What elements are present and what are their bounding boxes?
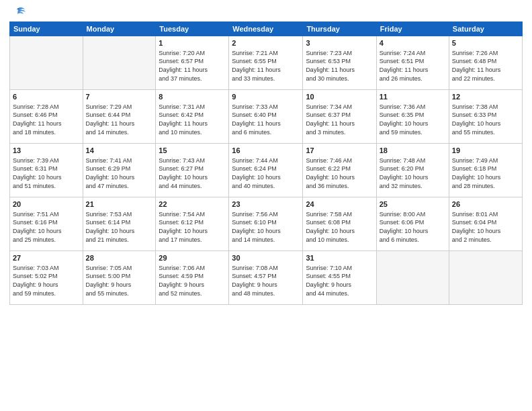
day-detail: Sunrise: 7:56 AM Sunset: 6:10 PM Dayligh… [232,210,300,244]
day-detail: Sunrise: 7:48 AM Sunset: 6:20 PM Dayligh… [380,156,446,190]
header [9,7,523,16]
calendar-row-1: 6Sunrise: 7:28 AM Sunset: 6:46 PM Daylig… [10,90,523,144]
day-detail: Sunrise: 7:38 AM Sunset: 6:33 PM Dayligh… [452,103,519,136]
day-number: 24 [306,199,373,210]
day-detail: Sunrise: 7:34 AM Sunset: 6:37 PM Dayligh… [306,103,373,136]
day-number: 25 [380,199,446,210]
day-detail: Sunrise: 7:08 AM Sunset: 4:57 PM Dayligh… [232,264,300,298]
day-detail: Sunrise: 7:51 AM Sunset: 6:16 PM Dayligh… [13,210,80,244]
day-detail: Sunrise: 7:54 AM Sunset: 6:12 PM Dayligh… [159,210,226,244]
calendar-header-sunday: Sunday [10,22,83,36]
day-detail: Sunrise: 7:26 AM Sunset: 6:48 PM Dayligh… [452,49,519,83]
day-detail: Sunrise: 7:23 AM Sunset: 6:53 PM Dayligh… [306,49,373,83]
day-detail: Sunrise: 7:20 AM Sunset: 6:57 PM Dayligh… [159,49,226,83]
calendar-cell [10,36,83,90]
day-number: 11 [380,92,446,102]
page: SundayMondayTuesdayWednesdayThursdayFrid… [0,0,532,411]
calendar-cell: 16Sunrise: 7:44 AM Sunset: 6:24 PM Dayli… [229,144,303,197]
day-detail: Sunrise: 7:05 AM Sunset: 5:00 PM Dayligh… [86,264,153,298]
calendar-cell: 11Sunrise: 7:36 AM Sunset: 6:35 PM Dayli… [376,90,449,144]
calendar-cell: 9Sunrise: 7:33 AM Sunset: 6:40 PM Daylig… [229,90,303,144]
day-detail: Sunrise: 7:43 AM Sunset: 6:27 PM Dayligh… [159,156,226,190]
day-detail: Sunrise: 7:31 AM Sunset: 6:42 PM Dayligh… [159,103,226,136]
day-detail: Sunrise: 7:36 AM Sunset: 6:35 PM Dayligh… [380,103,446,136]
calendar-cell: 31Sunrise: 7:10 AM Sunset: 4:55 PM Dayli… [303,251,376,305]
calendar-cell: 24Sunrise: 7:58 AM Sunset: 6:08 PM Dayli… [303,197,376,251]
day-number: 18 [380,146,446,156]
day-number: 21 [86,199,153,210]
day-detail: Sunrise: 7:28 AM Sunset: 6:46 PM Dayligh… [13,103,80,136]
day-number: 28 [86,253,153,263]
calendar-header-monday: Monday [83,22,156,36]
calendar-cell: 1Sunrise: 7:20 AM Sunset: 6:57 PM Daylig… [156,36,229,90]
day-number: 9 [232,92,300,102]
day-detail: Sunrise: 7:21 AM Sunset: 6:55 PM Dayligh… [232,49,300,83]
day-detail: Sunrise: 7:53 AM Sunset: 6:14 PM Dayligh… [86,210,153,244]
calendar-cell: 28Sunrise: 7:05 AM Sunset: 5:00 PM Dayli… [83,251,156,305]
calendar-cell: 18Sunrise: 7:48 AM Sunset: 6:20 PM Dayli… [376,144,449,197]
day-detail: Sunrise: 7:24 AM Sunset: 6:51 PM Dayligh… [380,49,446,83]
calendar-cell: 22Sunrise: 7:54 AM Sunset: 6:12 PM Dayli… [156,197,229,251]
calendar-cell: 14Sunrise: 7:41 AM Sunset: 6:29 PM Dayli… [83,144,156,197]
day-detail: Sunrise: 7:44 AM Sunset: 6:24 PM Dayligh… [232,156,300,190]
calendar-cell: 20Sunrise: 7:51 AM Sunset: 6:16 PM Dayli… [10,197,83,251]
day-number: 19 [452,146,519,156]
calendar-header-wednesday: Wednesday [229,22,303,36]
calendar-cell: 6Sunrise: 7:28 AM Sunset: 6:46 PM Daylig… [10,90,83,144]
day-detail: Sunrise: 7:10 AM Sunset: 4:55 PM Dayligh… [306,264,373,298]
calendar-row-4: 27Sunrise: 7:03 AM Sunset: 5:02 PM Dayli… [10,251,523,305]
day-number: 2 [232,38,300,48]
day-number: 20 [13,199,80,210]
day-detail: Sunrise: 7:03 AM Sunset: 5:02 PM Dayligh… [13,264,80,298]
calendar-header-tuesday: Tuesday [156,22,229,36]
calendar-table: SundayMondayTuesdayWednesdayThursdayFrid… [9,21,523,305]
day-number: 15 [159,146,226,156]
day-number: 4 [380,38,446,48]
calendar-cell: 30Sunrise: 7:08 AM Sunset: 4:57 PM Dayli… [229,251,303,305]
calendar-cell [449,251,522,305]
day-number: 7 [86,92,153,102]
day-number: 12 [452,92,519,102]
calendar-cell: 12Sunrise: 7:38 AM Sunset: 6:33 PM Dayli… [449,90,522,144]
day-number: 6 [13,92,80,102]
calendar-cell: 21Sunrise: 7:53 AM Sunset: 6:14 PM Dayli… [83,197,156,251]
calendar-cell: 29Sunrise: 7:06 AM Sunset: 4:59 PM Dayli… [156,251,229,305]
calendar-cell: 23Sunrise: 7:56 AM Sunset: 6:10 PM Dayli… [229,197,303,251]
day-detail: Sunrise: 7:33 AM Sunset: 6:40 PM Dayligh… [232,103,300,136]
day-detail: Sunrise: 7:06 AM Sunset: 4:59 PM Dayligh… [159,264,226,298]
calendar-cell: 5Sunrise: 7:26 AM Sunset: 6:48 PM Daylig… [449,36,522,90]
calendar-cell: 27Sunrise: 7:03 AM Sunset: 5:02 PM Dayli… [10,251,83,305]
day-detail: Sunrise: 8:00 AM Sunset: 6:06 PM Dayligh… [380,210,446,244]
calendar-header-thursday: Thursday [303,22,376,36]
calendar-cell: 25Sunrise: 8:00 AM Sunset: 6:06 PM Dayli… [376,197,449,251]
day-detail: Sunrise: 8:01 AM Sunset: 6:04 PM Dayligh… [452,210,519,244]
day-detail: Sunrise: 7:39 AM Sunset: 6:31 PM Dayligh… [13,156,80,190]
day-number: 31 [306,253,373,263]
day-number: 23 [232,199,300,210]
calendar-header-saturday: Saturday [449,22,522,36]
day-number: 29 [159,253,226,263]
day-number: 17 [306,146,373,156]
calendar-cell: 4Sunrise: 7:24 AM Sunset: 6:51 PM Daylig… [376,36,449,90]
day-number: 22 [159,199,226,210]
day-number: 26 [452,199,519,210]
calendar-row-2: 13Sunrise: 7:39 AM Sunset: 6:31 PM Dayli… [10,144,523,197]
day-detail: Sunrise: 7:41 AM Sunset: 6:29 PM Dayligh… [86,156,153,190]
day-number: 13 [13,146,80,156]
logo [9,7,26,16]
day-number: 27 [13,253,80,263]
calendar-row-0: 1Sunrise: 7:20 AM Sunset: 6:57 PM Daylig… [10,36,523,90]
day-detail: Sunrise: 7:49 AM Sunset: 6:18 PM Dayligh… [452,156,519,190]
day-detail: Sunrise: 7:46 AM Sunset: 6:22 PM Dayligh… [306,156,373,190]
calendar-cell: 10Sunrise: 7:34 AM Sunset: 6:37 PM Dayli… [303,90,376,144]
calendar-cell: 13Sunrise: 7:39 AM Sunset: 6:31 PM Dayli… [10,144,83,197]
day-detail: Sunrise: 7:29 AM Sunset: 6:44 PM Dayligh… [86,103,153,136]
calendar-cell: 3Sunrise: 7:23 AM Sunset: 6:53 PM Daylig… [303,36,376,90]
calendar-cell: 15Sunrise: 7:43 AM Sunset: 6:27 PM Dayli… [156,144,229,197]
calendar-cell: 7Sunrise: 7:29 AM Sunset: 6:44 PM Daylig… [83,90,156,144]
day-number: 3 [306,38,373,48]
calendar-cell: 2Sunrise: 7:21 AM Sunset: 6:55 PM Daylig… [229,36,303,90]
day-number: 16 [232,146,300,156]
day-detail: Sunrise: 7:58 AM Sunset: 6:08 PM Dayligh… [306,210,373,244]
day-number: 10 [306,92,373,102]
